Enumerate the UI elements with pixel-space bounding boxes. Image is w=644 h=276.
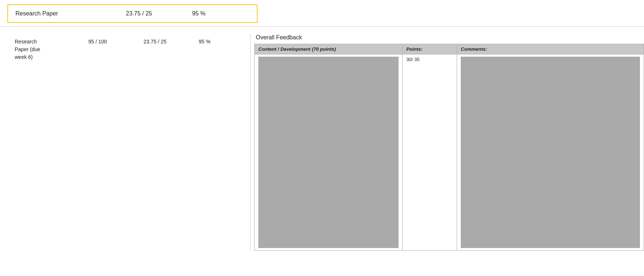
summary-row: Research Paper 23.75 / 25 95 % [7,4,258,23]
feedback-table-header-row: Content / Development (70 points) Points… [255,44,644,54]
feedback-area: Overall Feedback Content / Development (… [250,34,644,251]
assignment-raw-score: 95 / 100 [88,38,129,45]
col-comments-header: Comments: [457,44,644,54]
page-container: Research Paper 23.75 / 25 95 % Research … [0,4,644,276]
summary-title: Research Paper [15,10,104,17]
divider [0,26,644,27]
comments-cell-1 [457,54,644,251]
assignment-name: Research Paper (due week 6) [15,38,74,61]
assignment-info: Research Paper (due week 6) 95 / 100 23.… [0,34,250,251]
feedback-title: Overall Feedback [254,34,644,41]
summary-score: 23.75 / 25 [126,10,170,17]
category-cell-1 [255,54,403,251]
feedback-table-row-1: 30/ 35 [255,54,644,251]
col-category-header: Content / Development (70 points) [255,44,403,54]
category-gray-block [258,57,399,248]
summary-percent: 95 % [192,10,222,17]
main-content: Research Paper (due week 6) 95 / 100 23.… [0,31,644,251]
assignment-percent: 95 % [199,38,228,45]
feedback-table: Content / Development (70 points) Points… [254,44,644,251]
col-points-header: Points: [403,44,457,54]
points-value-1: 30/ 35 [406,57,420,62]
assignment-weighted-score: 23.75 / 25 [144,38,184,45]
comments-gray-block [461,57,640,248]
points-cell-1: 30/ 35 [403,54,457,251]
